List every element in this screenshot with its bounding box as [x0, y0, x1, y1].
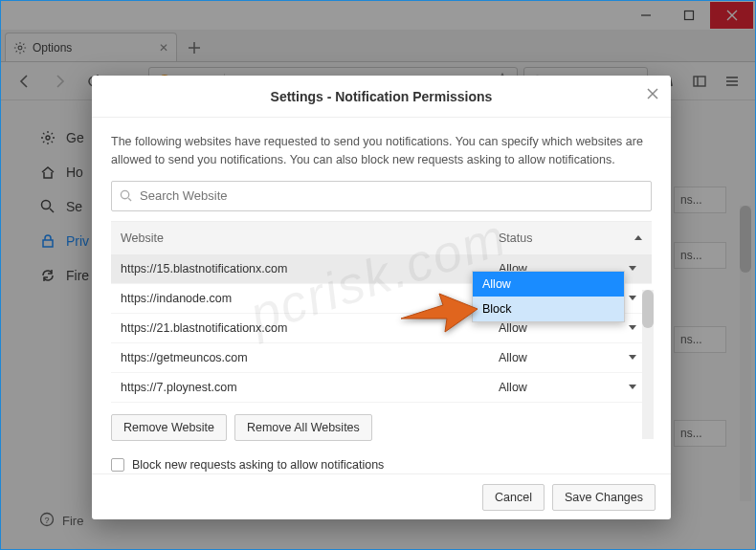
- status-dropdown-trigger[interactable]: Allow: [499, 321, 642, 335]
- dialog-close-button[interactable]: [646, 87, 659, 103]
- remove-all-websites-button[interactable]: Remove All Websites: [234, 414, 372, 441]
- chevron-up-icon: [634, 235, 642, 240]
- save-changes-button[interactable]: Save Changes: [552, 484, 656, 511]
- dropdown-option-allow[interactable]: Allow: [473, 272, 624, 297]
- block-new-requests-checkbox[interactable]: Block new requests asking to allow notif…: [111, 458, 652, 472]
- status-dropdown[interactable]: Allow Block: [472, 271, 625, 322]
- dropdown-option-block[interactable]: Block: [473, 297, 624, 321]
- dialog-title: Settings - Notification Permissions: [92, 76, 671, 118]
- cell-website: https://15.blastnotificationx.com: [121, 262, 499, 275]
- chevron-down-icon: [629, 385, 636, 389]
- search-website-input[interactable]: [111, 181, 652, 211]
- cancel-button[interactable]: Cancel: [482, 484, 545, 511]
- chevron-down-icon: [629, 296, 636, 300]
- status-dropdown-trigger[interactable]: Allow: [499, 351, 642, 364]
- browser-window: pcrisk.com Options ✕: [0, 0, 756, 550]
- chevron-down-icon: [629, 325, 636, 330]
- dialog-intro-text: The following websites have requested to…: [111, 133, 652, 169]
- search-icon: [120, 189, 132, 202]
- cell-website: https://getmeuncos.com: [121, 351, 499, 364]
- remove-website-button[interactable]: Remove Website: [111, 414, 227, 441]
- table-header: Website Status: [111, 222, 652, 254]
- svg-line-28: [128, 198, 131, 201]
- dialog-footer: Cancel Save Changes: [92, 473, 671, 519]
- table-scrollbar[interactable]: [642, 290, 654, 439]
- remove-buttons-row: Remove Website Remove All Websites: [111, 414, 652, 441]
- table-row[interactable]: https://getmeuncos.com Allow: [111, 343, 652, 373]
- chevron-down-icon: [629, 355, 636, 360]
- table-row[interactable]: https://7.ploynest.com Allow: [111, 373, 652, 403]
- checkbox-label: Block new requests asking to allow notif…: [132, 458, 384, 472]
- tutorial-arrow-icon: [401, 288, 478, 340]
- cell-website: https://7.ploynest.com: [121, 381, 499, 394]
- column-website[interactable]: Website: [121, 231, 499, 245]
- checkbox-icon[interactable]: [111, 458, 124, 472]
- column-status[interactable]: Status: [499, 231, 642, 245]
- status-dropdown-trigger[interactable]: Allow: [499, 381, 642, 394]
- svg-point-27: [121, 190, 128, 198]
- chevron-down-icon: [629, 266, 636, 271]
